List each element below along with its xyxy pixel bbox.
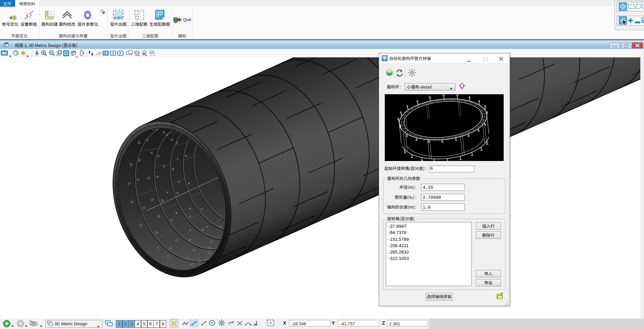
svg-text:A·B·C: A·B·C	[114, 16, 123, 20]
